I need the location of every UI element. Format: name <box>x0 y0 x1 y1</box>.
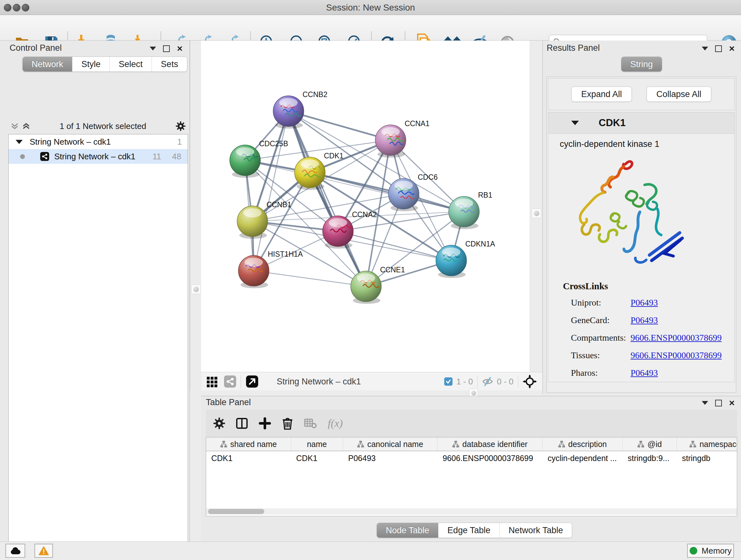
table-hscrollbar[interactable] <box>206 508 737 515</box>
crosslink-link[interactable]: P06493 <box>630 368 658 378</box>
string-view-icon[interactable] <box>224 375 236 388</box>
network-row[interactable]: String Network – cdk1 11 48 <box>9 149 188 164</box>
network-edge[interactable] <box>338 231 451 260</box>
panel-close-icon[interactable]: × <box>729 45 735 52</box>
namespace-tree-icon <box>637 441 644 448</box>
open-in-window-icon[interactable] <box>246 375 259 388</box>
network-row-label: String Network – cdk1 <box>54 152 152 162</box>
panel-menu-icon[interactable] <box>702 47 708 51</box>
gene-entry-header[interactable]: CDK1 <box>548 112 734 134</box>
crosslink-link[interactable]: 9606.ENSP00000378699 <box>630 350 722 361</box>
crosslink-row: Pharos:P06493 <box>571 368 724 378</box>
collection-expander-icon[interactable] <box>16 140 23 144</box>
entry-expander-icon[interactable] <box>571 121 579 125</box>
table-row[interactable]: CDK1CDK1P064939606.ENSP00000378699cyclin… <box>206 451 737 465</box>
main-toolbar: ? <box>0 15 741 41</box>
table-settings-gear-icon[interactable] <box>213 418 225 429</box>
panel-menu-icon[interactable] <box>150 47 156 51</box>
tab-select[interactable]: Select <box>110 57 151 71</box>
function-builder-icon[interactable]: f(x) <box>328 417 343 429</box>
node-label: CCNB2 <box>302 90 327 99</box>
tab-sets[interactable]: Sets <box>151 57 187 71</box>
add-column-icon[interactable] <box>259 417 271 429</box>
selected-checkbox-icon[interactable] <box>444 377 453 386</box>
crosslink-link[interactable]: 9606.ENSP00000378699 <box>630 333 722 343</box>
node-label: CDKN1A <box>465 240 495 248</box>
status-bar: Memory <box>0 542 741 560</box>
network-node-CDC25B[interactable]: CDC25B <box>230 139 288 178</box>
network-node-CCNB2[interactable]: CCNB2 <box>273 90 327 129</box>
table-cell[interactable]: 9606.ENSP00000378699 <box>437 451 542 465</box>
left-splitter[interactable] <box>190 41 202 390</box>
column-header-name[interactable]: name <box>291 437 343 451</box>
column-header-shared-name[interactable]: shared name <box>206 437 291 451</box>
network-node-CDKN1A[interactable]: CDKN1A <box>436 240 495 278</box>
network-selection-status: 1 of 1 Network selected <box>30 121 176 131</box>
table-cell[interactable]: CDK1 <box>206 451 291 465</box>
collapse-all-button[interactable]: Collapse All <box>647 86 711 102</box>
panel-close-icon[interactable]: × <box>177 45 183 52</box>
tab-network[interactable]: Network <box>23 57 72 71</box>
expand-all-button[interactable]: Expand All <box>571 86 632 102</box>
panel-menu-icon[interactable] <box>702 401 708 405</box>
network-node-HIST1H1A[interactable]: HIST1H1A <box>239 250 303 288</box>
table-cell[interactable]: cyclin-dependent ... <box>542 451 623 465</box>
divider <box>477 375 478 388</box>
tab-network-table[interactable]: Network Table <box>499 523 572 538</box>
left-splitter-handle[interactable] <box>191 285 201 294</box>
hidden-eye-icon[interactable] <box>482 377 493 386</box>
column-header-namespace[interactable]: namespace <box>677 437 737 451</box>
table-hscrollbar-thumb[interactable] <box>208 509 264 514</box>
table-toolbar: f(x) <box>206 410 737 437</box>
panel-float-icon[interactable] <box>715 400 722 407</box>
expand-all-icon[interactable] <box>22 122 30 130</box>
table-cell[interactable]: CDK1 <box>291 451 343 465</box>
memory-label: Memory <box>702 546 732 556</box>
network-canvas[interactable]: CCNB2CCNA1CDC25BCDK1CDC6RB1CCNB1CCNA2CDK… <box>201 41 530 372</box>
collapse-all-icon[interactable] <box>11 122 18 130</box>
delete-table-icon[interactable] <box>304 418 317 429</box>
network-edge[interactable] <box>254 271 366 287</box>
window-title: Session: New Session <box>0 3 741 13</box>
tab-node-table[interactable]: Node Table <box>377 523 438 538</box>
network-edge[interactable] <box>288 111 366 287</box>
crosslink-label: Uniprot: <box>571 298 630 308</box>
gear-icon[interactable] <box>176 121 185 131</box>
control-panel: Control Panel × Network Style Select Set… <box>0 41 190 542</box>
tab-string[interactable]: String <box>621 57 662 71</box>
panel-float-icon[interactable] <box>163 45 170 52</box>
warnings-button[interactable] <box>35 544 53 558</box>
column-header-canonical-name[interactable]: canonical name <box>343 437 437 451</box>
crosslink-row: GeneCard:P06493 <box>571 315 724 325</box>
network-collection-row[interactable]: String Network – cdk1 1 <box>9 134 188 149</box>
network-edge[interactable] <box>310 172 464 212</box>
panel-float-icon[interactable] <box>715 45 722 52</box>
network-node-RB1[interactable]: RB1 <box>449 191 492 229</box>
delete-column-icon[interactable] <box>282 417 293 430</box>
memory-button[interactable]: Memory <box>687 544 734 558</box>
cloud-button[interactable] <box>5 544 25 558</box>
tab-edge-table[interactable]: Edge Table <box>438 523 499 538</box>
show-columns-icon[interactable] <box>236 417 248 429</box>
right-splitter-handle[interactable] <box>532 208 541 218</box>
table-cell[interactable]: stringdb <box>677 451 737 465</box>
column-header-database-identifier[interactable]: database identifier <box>437 437 542 451</box>
crosslink-link[interactable]: P06493 <box>630 298 658 308</box>
network-node-CDK1[interactable]: CDK1 <box>294 152 343 190</box>
table-cell[interactable]: stringdb:9... <box>623 451 677 465</box>
crosslink-link[interactable]: P06493 <box>630 315 658 325</box>
column-header-description[interactable]: description <box>542 437 623 451</box>
network-edge[interactable] <box>254 111 288 271</box>
panel-close-icon[interactable]: × <box>729 399 735 407</box>
crosshair-icon[interactable] <box>523 374 537 388</box>
crosslink-row: Tissues:9606.ENSP00000378699 <box>571 350 724 361</box>
network-edge[interactable] <box>288 111 391 140</box>
grid-mode-icon[interactable] <box>206 375 218 388</box>
control-panel-title: Control Panel <box>10 43 62 53</box>
selected-counts: 1 - 0 <box>456 377 473 387</box>
column-header--id[interactable]: @id <box>623 437 677 451</box>
right-splitter[interactable] <box>530 41 542 390</box>
table-cell[interactable]: P06493 <box>343 451 437 465</box>
node-table: shared namenamecanonical namedatabase id… <box>206 437 737 516</box>
tab-style[interactable]: Style <box>72 57 110 71</box>
